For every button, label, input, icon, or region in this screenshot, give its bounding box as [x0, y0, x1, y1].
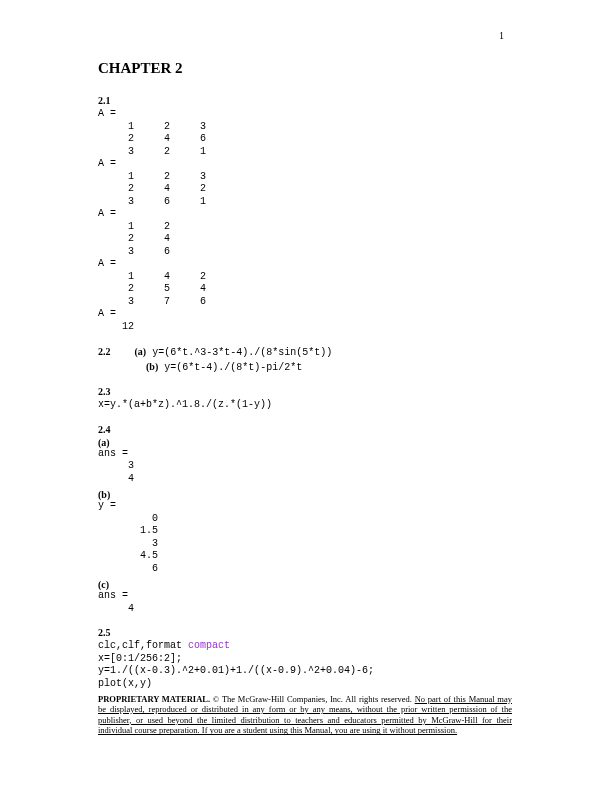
chapter-title: CHAPTER 2 — [98, 60, 542, 77]
section-2-2: 2.2 (a) y=(6*t.^3-3*t-4)./(8*sin(5*t)) (… — [98, 345, 542, 374]
section-2-2-a-prefix: (a) — [135, 346, 147, 357]
section-2-2-b-expr: y=(6*t-4)./(8*t)-pi/2*t — [164, 362, 302, 373]
section-2-4-c-label: (c) — [98, 579, 542, 590]
code-line-1b-keyword: compact — [188, 640, 230, 651]
section-2-4-a-output: ans = 3 4 — [98, 448, 542, 486]
section-2-4-b-output: y = 0 1.5 3 4.5 6 — [98, 500, 542, 575]
code-line-2: x=[0:1/256:2]; — [98, 653, 182, 664]
page: 1 CHAPTER 2 2.1 A = 1 2 3 2 4 6 3 2 1 A … — [0, 0, 612, 730]
code-line-4: plot(x,y) — [98, 678, 152, 689]
section-2-4-c-output: ans = 4 — [98, 590, 542, 615]
section-2-4-label: 2.4 — [98, 424, 542, 435]
page-number: 1 — [499, 30, 504, 41]
section-2-3-label: 2.3 — [98, 386, 542, 397]
section-2-5-code: clc,clf,format compact x=[0:1/256:2]; y=… — [98, 640, 542, 690]
section-2-1-output: A = 1 2 3 2 4 6 3 2 1 A = 1 2 3 2 4 2 3 … — [98, 108, 542, 333]
code-line-3: y=1./((x-0.3).^2+0.01)+1./((x-0.9).^2+0.… — [98, 665, 374, 676]
footer-proprietary: PROPRIETARY MATERIAL. © The McGraw-Hill … — [98, 694, 512, 737]
section-2-2-label: 2.2 — [98, 346, 111, 357]
section-2-4-a-label: (a) — [98, 437, 542, 448]
footer-copyright: © The McGraw-Hill Companies, Inc. All ri… — [210, 694, 415, 704]
section-2-2-a-expr: y=(6*t.^3-3*t-4)./(8*sin(5*t)) — [152, 347, 332, 358]
section-2-3-expr: x=y.*(a+b*z).^1.8./(z.*(1-y)) — [98, 399, 542, 412]
section-2-4-b-label: (b) — [98, 489, 542, 500]
section-2-1-label: 2.1 — [98, 95, 542, 106]
footer-lead: PROPRIETARY MATERIAL. — [98, 694, 210, 704]
section-2-5-label: 2.5 — [98, 627, 542, 638]
code-line-1a: clc,clf,format — [98, 640, 188, 651]
section-2-2-b-prefix: (b) — [146, 361, 158, 372]
